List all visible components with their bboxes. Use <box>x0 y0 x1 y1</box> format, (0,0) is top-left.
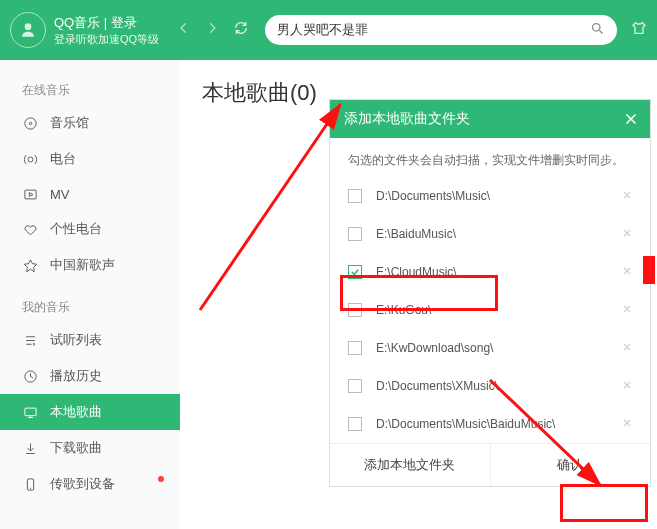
sidebar-item-label: 试听列表 <box>50 331 102 349</box>
dialog-tip: 勾选的文件夹会自动扫描，实现文件增删实时同步。 <box>330 138 650 177</box>
nav-forward-icon[interactable] <box>205 21 219 39</box>
remove-icon[interactable] <box>622 303 636 317</box>
star-icon <box>22 257 38 273</box>
svg-point-4 <box>28 157 33 162</box>
svg-point-2 <box>24 117 35 128</box>
svg-marker-6 <box>29 192 33 196</box>
sidebar-item-label: 中国新歌声 <box>50 256 115 274</box>
folder-path: D:\Documents\XMusic\ <box>376 379 498 393</box>
annotation-mark <box>643 256 655 284</box>
sidebar-item-mine-2[interactable]: 本地歌曲 <box>0 394 180 430</box>
folder-path: E:\KuGou\ <box>376 303 431 317</box>
search-input[interactable] <box>277 23 590 38</box>
svg-rect-12 <box>24 408 35 416</box>
folder-row[interactable]: E:\BaiduMusic\ <box>330 215 650 253</box>
checkbox[interactable] <box>348 265 362 279</box>
folder-row[interactable]: D:\Documents\XMusic\ <box>330 367 650 405</box>
sidebar-item-mine-0[interactable]: 试听列表 <box>0 322 180 358</box>
svg-rect-5 <box>24 190 35 199</box>
checkbox[interactable] <box>348 303 362 317</box>
search-box[interactable] <box>265 15 617 45</box>
sidebar: 在线音乐 音乐馆电台MV个性电台中国新歌声 我的音乐 试听列表播放历史本地歌曲下… <box>0 60 180 529</box>
folder-path: D:\Documents\Music\ <box>376 189 490 203</box>
sidebar-item-label: 下载歌曲 <box>50 439 102 457</box>
phone-icon <box>22 476 38 492</box>
remove-icon[interactable] <box>622 379 636 393</box>
folder-path: E:\KwDownload\song\ <box>376 341 493 355</box>
folder-row[interactable]: E:\KuGou\ <box>330 291 650 329</box>
sidebar-item-label: 传歌到设备 <box>50 475 115 493</box>
sidebar-item-mine-4[interactable]: 传歌到设备 <box>0 466 180 502</box>
folder-path: D:\Documents\Music\BaiduMusic\ <box>376 417 555 431</box>
app-title: QQ音乐 | 登录 <box>54 14 159 32</box>
checkbox[interactable] <box>348 189 362 203</box>
sidebar-item-label: 个性电台 <box>50 220 102 238</box>
folder-row[interactable]: E:\CloudMusic\ <box>330 253 650 291</box>
search-icon[interactable] <box>590 21 605 40</box>
checkbox[interactable] <box>348 227 362 241</box>
checkbox[interactable] <box>348 379 362 393</box>
nav-back-icon[interactable] <box>177 21 191 39</box>
heart-icon <box>22 221 38 237</box>
app-header: QQ音乐 | 登录 登录听歌加速QQ等级 <box>0 0 657 60</box>
sidebar-section-online: 在线音乐 <box>0 76 180 105</box>
add-folder-dialog: 添加本地歌曲文件夹 勾选的文件夹会自动扫描，实现文件增删实时同步。 D:\Doc… <box>330 100 650 486</box>
sidebar-item-online-0[interactable]: 音乐馆 <box>0 105 180 141</box>
add-local-folder-button[interactable]: 添加本地文件夹 <box>330 444 490 486</box>
sidebar-item-mine-3[interactable]: 下载歌曲 <box>0 430 180 466</box>
sidebar-item-label: 电台 <box>50 150 76 168</box>
checkbox[interactable] <box>348 417 362 431</box>
sidebar-item-mine-1[interactable]: 播放历史 <box>0 358 180 394</box>
folder-path: E:\BaiduMusic\ <box>376 227 456 241</box>
dialog-title: 添加本地歌曲文件夹 <box>344 110 470 128</box>
download-icon <box>22 440 38 456</box>
remove-icon[interactable] <box>622 341 636 355</box>
login-block[interactable]: QQ音乐 | 登录 登录听歌加速QQ等级 <box>54 14 159 47</box>
svg-point-3 <box>29 122 32 125</box>
sidebar-section-mine: 我的音乐 <box>0 293 180 322</box>
remove-icon[interactable] <box>622 227 636 241</box>
folder-path: E:\CloudMusic\ <box>376 265 457 279</box>
remove-icon[interactable] <box>622 265 636 279</box>
confirm-button[interactable]: 确认 <box>490 444 651 486</box>
sidebar-item-label: 播放历史 <box>50 367 102 385</box>
clock-icon <box>22 368 38 384</box>
sidebar-item-online-3[interactable]: 个性电台 <box>0 211 180 247</box>
folder-row[interactable]: D:\Documents\Music\BaiduMusic\ <box>330 405 650 443</box>
sidebar-item-label: MV <box>50 187 70 202</box>
sidebar-item-label: 音乐馆 <box>50 114 89 132</box>
folder-row[interactable]: D:\Documents\Music\ <box>330 177 650 215</box>
svg-line-1 <box>599 30 602 33</box>
svg-marker-7 <box>24 259 37 271</box>
dialog-header: 添加本地歌曲文件夹 <box>330 100 650 138</box>
checkbox[interactable] <box>348 341 362 355</box>
list-icon <box>22 332 38 348</box>
remove-icon[interactable] <box>622 417 636 431</box>
remove-icon[interactable] <box>622 189 636 203</box>
sidebar-item-online-1[interactable]: 电台 <box>0 141 180 177</box>
close-icon[interactable] <box>612 100 650 138</box>
computer-icon <box>22 404 38 420</box>
login-subtitle: 登录听歌加速QQ等级 <box>54 32 159 47</box>
play-icon <box>22 186 38 202</box>
folder-list: D:\Documents\Music\E:\BaiduMusic\E:\Clou… <box>330 177 650 443</box>
sidebar-item-online-2[interactable]: MV <box>0 177 180 211</box>
folder-row[interactable]: E:\KwDownload\song\ <box>330 329 650 367</box>
badge-dot <box>158 476 164 482</box>
sidebar-item-label: 本地歌曲 <box>50 403 102 421</box>
svg-point-0 <box>593 23 601 31</box>
skin-icon[interactable] <box>631 20 647 40</box>
refresh-icon[interactable] <box>233 20 249 40</box>
avatar[interactable] <box>10 12 46 48</box>
sidebar-item-online-4[interactable]: 中国新歌声 <box>0 247 180 283</box>
disc-icon <box>22 115 38 131</box>
radio-icon <box>22 151 38 167</box>
